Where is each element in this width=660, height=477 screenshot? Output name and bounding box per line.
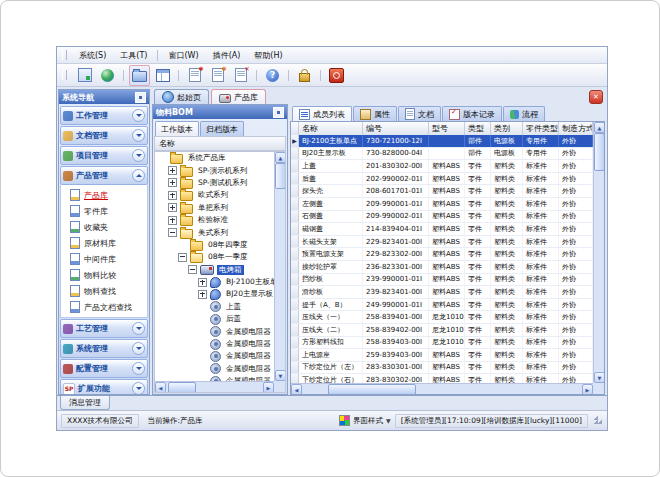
pin-icon[interactable]	[135, 92, 146, 103]
chevron-down-icon[interactable]	[132, 322, 145, 335]
tab-归档版本[interactable]: 归档版本	[200, 121, 244, 136]
row-selector[interactable]	[291, 223, 299, 235]
menu-item-4[interactable]: 插件(A)	[206, 48, 248, 63]
tab-message-management[interactable]: 消息管理	[60, 396, 110, 410]
table-row[interactable]: ▶BJ-2100主板单点730-721000-12I部件电源板专用件外协颗	[291, 135, 593, 148]
table-row[interactable]: 方形塑料线扣258-839403-00I尼龙1010零件塑料类标准件外协条	[291, 337, 593, 350]
sidebar-section-扩展功能[interactable]: SP扩展功能	[60, 379, 148, 394]
row-selector[interactable]	[291, 185, 299, 197]
row-selector[interactable]	[291, 148, 299, 160]
toolbar-grip[interactable]	[62, 70, 67, 80]
resize-grip[interactable]	[594, 416, 603, 425]
chevron-down-icon[interactable]	[132, 109, 145, 122]
sidebar-item-物料比较[interactable]: 物料比较	[61, 267, 147, 283]
tab-成员列表[interactable]: 成员列表	[292, 106, 352, 121]
table-row[interactable]: 预置电源支架229-823302-00I塑料ABS零件塑料类标准件外协条	[291, 248, 593, 261]
expand-icon[interactable]	[168, 203, 177, 212]
tab-属性[interactable]: 属性	[353, 106, 397, 121]
sidebar-section-工艺管理[interactable]: 工艺管理	[60, 319, 148, 338]
expand-icon[interactable]	[168, 191, 177, 200]
row-selector[interactable]	[291, 211, 299, 223]
tree-node[interactable]: 系统产品库	[155, 152, 274, 164]
table-row[interactable]: 压线夹（二）258-839402-00I尼龙1010零件塑料类标准件外协条	[291, 324, 593, 337]
tree-node[interactable]: 欧式系列	[155, 189, 274, 201]
sidebar-item-收藏夹[interactable]: 收藏夹	[61, 219, 147, 235]
row-selector[interactable]	[291, 286, 299, 298]
collapse-icon[interactable]	[178, 253, 187, 262]
row-selector[interactable]	[291, 349, 299, 361]
doc-remove-button[interactable]	[230, 65, 251, 86]
sidebar-item-产品库[interactable]: 产品库	[61, 187, 147, 203]
tree-node[interactable]: 美式系列	[155, 226, 274, 238]
close-tab-icon[interactable]: ✕	[589, 90, 603, 104]
chevron-up-icon[interactable]	[132, 169, 145, 182]
table-row[interactable]: 上盖201-830302-00I塑料ABS零件塑料类标准件外协条	[291, 160, 593, 173]
sidebar-item-产品文档查找[interactable]: 产品文档查找	[61, 299, 147, 315]
scroll-up-icon[interactable]: ▲	[275, 152, 286, 163]
row-selector[interactable]	[291, 261, 299, 273]
tree-column-header[interactable]: 名称	[154, 136, 286, 151]
scroll-left-icon[interactable]: ◀	[155, 382, 166, 393]
doc-tab-2[interactable]: 产品库	[211, 89, 266, 104]
doc-add-button[interactable]	[184, 65, 205, 86]
tree-node[interactable]: 检验标准	[155, 214, 274, 226]
tab-文档[interactable]: 文档	[398, 106, 441, 121]
expand-icon[interactable]	[168, 166, 177, 175]
sidebar-section-项目管理[interactable]: 项目管理	[60, 146, 148, 165]
table-row[interactable]: 滑纱板239-823401-00I塑料ABS零件塑料类标准件外协条	[291, 286, 593, 299]
column-header-型号[interactable]: 型号	[429, 122, 465, 135]
views-button[interactable]	[152, 65, 173, 86]
tree-vertical-scrollbar[interactable]: ▲ ▼	[274, 152, 285, 381]
sidebar-section-配置管理[interactable]: 配置管理	[60, 359, 148, 378]
tree-node[interactable]: 08年四季度	[155, 239, 274, 251]
column-header-零件类型[interactable]: 零件类型	[523, 122, 559, 135]
column-header-编号[interactable]: 编号	[363, 122, 429, 135]
tree-node[interactable]: SP-测试机系列	[155, 177, 274, 189]
row-selector[interactable]	[291, 362, 299, 374]
lock-button[interactable]	[294, 65, 315, 86]
chevron-down-icon[interactable]	[132, 342, 145, 355]
scrollbar-thumb[interactable]	[328, 384, 416, 395]
column-header-制造方式[interactable]: 制造方式	[559, 122, 593, 135]
scroll-up-icon[interactable]: ▲	[594, 122, 605, 133]
sidebar-item-中间件库[interactable]: 中间件库	[61, 251, 147, 267]
collapse-icon[interactable]	[168, 228, 177, 237]
scroll-down-icon[interactable]: ▼	[275, 370, 286, 381]
scrollbar-thumb[interactable]	[168, 382, 196, 393]
table-row[interactable]: 长磁头支架229-823401-00I塑料ABS零件塑料类标准件外协条	[291, 236, 593, 249]
table-row[interactable]: 上电源座259-839403-00I塑料ABS零件塑料类标准件外协条	[291, 349, 593, 362]
menu-item-5[interactable]: 帮助(H)	[247, 48, 289, 63]
workspace-button[interactable]	[74, 65, 95, 86]
expand-icon[interactable]	[168, 178, 177, 187]
scrollbar-thumb[interactable]	[275, 163, 286, 189]
grid-horizontal-scrollbar[interactable]: ◀ ▶	[291, 383, 593, 394]
scroll-right-icon[interactable]: ▶	[582, 384, 593, 395]
tree-node[interactable]: 金属膜电阻器	[155, 350, 274, 362]
table-row[interactable]: 探头壳208-601701-01I塑料ABS零件塑料类标准件外协条	[291, 185, 593, 198]
tree-node[interactable]: 后盖	[155, 313, 274, 325]
scrollbar-thumb[interactable]	[594, 133, 605, 171]
column-header-类型[interactable]: 类型	[465, 122, 491, 135]
scroll-left-icon[interactable]: ◀	[291, 384, 302, 395]
table-row[interactable]: 后盖202-990002-01I塑料ABS零件塑料类标准件外协条	[291, 173, 593, 186]
table-row[interactable]: 下纱定位片（左）283-830301-00I塑料ABS零件塑料类标准件外协条	[291, 362, 593, 375]
collapse-icon[interactable]	[188, 265, 197, 274]
chevron-down-icon[interactable]	[132, 382, 145, 394]
table-row[interactable]: 接纱轮护罩236-823301-00I塑料ABS零件塑料类标准件外协条	[291, 261, 593, 274]
table-row[interactable]: 压线夹（一）258-839401-00I尼龙1010零件塑料类标准件外协条	[291, 311, 593, 324]
tab-版本记录[interactable]: 版本记录	[442, 106, 502, 121]
tree-node[interactable]: 单把系列	[155, 202, 274, 214]
pin-icon[interactable]	[273, 107, 284, 118]
tree-node[interactable]: 电烤箱	[155, 264, 274, 276]
tree-node[interactable]: BJ20主显示板	[155, 288, 274, 300]
row-selector[interactable]	[291, 173, 299, 185]
sidebar-item-零件库[interactable]: 零件库	[61, 203, 147, 219]
row-selector[interactable]	[291, 160, 299, 172]
scroll-right-icon[interactable]: ▶	[263, 382, 274, 393]
row-selector[interactable]	[291, 324, 299, 336]
row-selector[interactable]	[291, 299, 299, 311]
tree-node[interactable]: 金属膜电阻器	[155, 338, 274, 350]
network-button[interactable]	[97, 65, 118, 86]
table-row[interactable]: 挡纱板239-990001-01I塑料ABS零件塑料类标准件外协条	[291, 274, 593, 287]
sidebar-section-产品管理[interactable]: 产品管理	[60, 166, 148, 185]
